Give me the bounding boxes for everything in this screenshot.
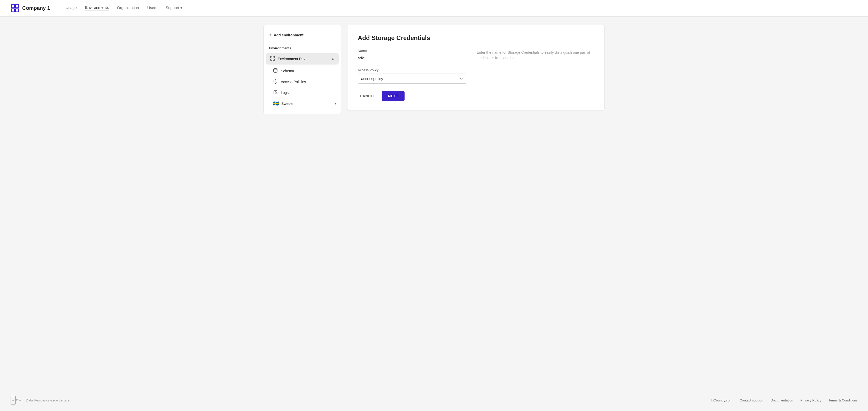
footer-link-contact[interactable]: Contact support	[740, 398, 764, 402]
shield-icon	[273, 79, 278, 85]
main-content: + Add environment Environments Environme…	[253, 16, 615, 389]
sweden-flag-icon: 🇸🇪	[273, 101, 279, 106]
app-logo-icon	[10, 4, 20, 13]
sidebar-item-logs[interactable]: Logs	[264, 87, 341, 98]
nav-organization[interactable]: Organization	[117, 5, 139, 11]
next-button[interactable]: NEXT	[382, 91, 404, 101]
sidebar-item-schema[interactable]: Schema	[264, 66, 341, 76]
cancel-button[interactable]: CANCEL	[358, 92, 378, 101]
form-panel: Add Storage Credentials Name Access Poli…	[347, 25, 604, 111]
svg-rect-3	[16, 9, 19, 12]
schema-label: Schema	[281, 69, 294, 73]
main-nav: Usage Environments Organization Users Su…	[66, 5, 182, 11]
footer: In Country Data Residency-as-a-Service I…	[0, 389, 868, 411]
plus-icon: +	[269, 32, 272, 38]
sidebar-item-environment-dev[interactable]: Environment Dev ▲	[266, 53, 339, 65]
svg-rect-6	[271, 59, 272, 60]
form-fields: Name Access Policy accesspolicy CANCEL N…	[358, 49, 466, 101]
svg-point-9	[275, 81, 276, 82]
svg-point-8	[274, 69, 277, 70]
form-actions: CANCEL NEXT	[358, 91, 466, 101]
sidebar-item-sweden[interactable]: 🇸🇪 Sweden ▾	[264, 98, 341, 109]
footer-links: InCountry.com Contact support Documentat…	[711, 398, 858, 402]
footer-logo: In Country	[10, 396, 22, 405]
access-policy-label: Access Policy	[358, 68, 466, 72]
logs-icon	[273, 90, 278, 96]
header: Company 1 Usage Environments Organizatio…	[0, 0, 868, 16]
logo-area: Company 1	[10, 4, 50, 13]
nav-environments[interactable]: Environments	[85, 5, 109, 11]
environment-icon	[270, 56, 275, 62]
nav-support[interactable]: Support ▾	[165, 5, 182, 11]
sidebar-section-title: Environments	[264, 46, 341, 53]
name-input[interactable]	[358, 54, 466, 62]
chevron-up-icon: ▲	[331, 57, 335, 61]
name-label: Name	[358, 49, 466, 53]
name-field-group: Name	[358, 49, 466, 62]
chevron-down-icon: ▾	[335, 101, 337, 106]
svg-text:Country: Country	[16, 399, 22, 402]
access-policies-label: Access Policies	[281, 80, 306, 84]
footer-left: In Country Data Residency-as-a-Service	[10, 396, 69, 405]
footer-tagline: Data Residency-as-a-Service	[26, 398, 69, 402]
nav-usage[interactable]: Usage	[66, 5, 77, 11]
sidebar: + Add environment Environments Environme…	[264, 25, 341, 114]
access-policy-field-group: Access Policy accesspolicy	[358, 68, 466, 83]
add-environment-button[interactable]: + Add environment	[264, 30, 341, 42]
svg-rect-4	[271, 56, 272, 58]
svg-rect-7	[273, 59, 275, 60]
footer-link-privacy[interactable]: Privacy Policy	[800, 398, 821, 402]
chevron-down-icon: ▾	[180, 5, 182, 10]
form-title: Add Storage Credentials	[358, 34, 594, 41]
nav-users[interactable]: Users	[147, 5, 157, 11]
form-hint: Enter the name for Storage Credentials t…	[476, 49, 594, 101]
svg-text:In: In	[11, 399, 14, 402]
access-policy-select[interactable]: accesspolicy	[358, 74, 466, 83]
svg-rect-2	[11, 9, 14, 12]
add-environment-label: Add environment	[274, 33, 304, 37]
footer-link-terms[interactable]: Terms & Conditions	[829, 398, 858, 402]
logs-label: Logs	[281, 91, 288, 95]
form-body: Name Access Policy accesspolicy CANCEL N…	[358, 49, 594, 101]
footer-link-incountry[interactable]: InCountry.com	[711, 398, 733, 402]
svg-rect-1	[16, 5, 19, 8]
svg-rect-0	[11, 5, 14, 8]
environment-dev-label: Environment Dev	[278, 57, 305, 61]
svg-rect-5	[273, 56, 275, 58]
sidebar-item-access-policies[interactable]: Access Policies	[264, 76, 341, 87]
sweden-label: Sweden	[281, 101, 294, 106]
footer-link-docs[interactable]: Documentation	[771, 398, 793, 402]
database-icon	[273, 68, 278, 74]
company-name: Company 1	[22, 5, 50, 11]
footer-logo-icon: In Country	[10, 396, 22, 405]
